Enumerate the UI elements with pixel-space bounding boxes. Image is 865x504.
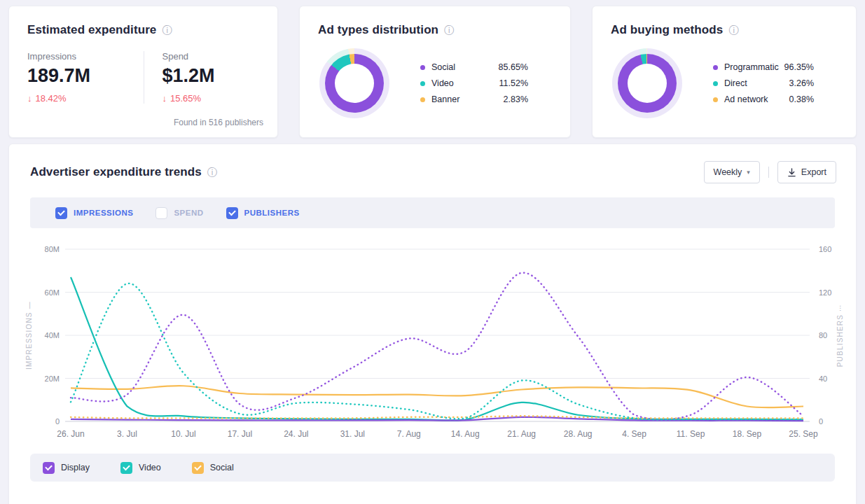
toggle-label: IMPRESSIONS <box>74 209 133 217</box>
trends-line-chart: 80M16060M12040M8020M400026. Jun3. Jul10.… <box>9 238 857 445</box>
card-title: Estimated expenditure <box>27 23 156 37</box>
donut-ring <box>618 54 677 113</box>
svg-text:20M: 20M <box>45 374 60 383</box>
legend-label: Video <box>139 463 161 472</box>
svg-text:40: 40 <box>819 374 827 383</box>
legend-value: 0.38% <box>789 94 814 104</box>
metric-label: Spend <box>162 51 260 62</box>
chevron-down-icon: ▾ <box>747 169 750 176</box>
toggle-label: SPEND <box>174 209 203 217</box>
card-title: Ad buying methods <box>611 23 723 37</box>
legend-label: Banner <box>431 94 504 104</box>
period-dropdown[interactable]: Weekly ▾ <box>704 161 760 183</box>
impressions-metric: Impressions 189.7M ↓18.42% <box>27 51 144 104</box>
metric-label: Impressions <box>27 51 144 62</box>
export-label: Export <box>801 167 826 177</box>
svg-text:18. Sep: 18. Sep <box>733 429 762 439</box>
svg-text:4. Sep: 4. Sep <box>622 429 646 439</box>
svg-text:7. Aug: 7. Aug <box>397 429 421 439</box>
legend-row: Video 11.52% <box>420 78 528 88</box>
svg-text:31. Jul: 31. Jul <box>340 429 365 439</box>
legend-label: Social <box>431 62 499 72</box>
pie-legend: Programmatic 96.35% Direct 3.26% Ad netw… <box>682 62 838 104</box>
checkbox-icon <box>55 207 67 219</box>
ad-buying-methods-card: Ad buying methods ⓘ Programmatic 96.35% <box>592 6 857 138</box>
down-arrow-icon: ↓ <box>162 93 167 104</box>
info-icon[interactable]: ⓘ <box>728 25 738 35</box>
svg-text:11. Sep: 11. Sep <box>677 429 705 439</box>
spend-metric: Spend $1.2M ↓15.65% <box>144 51 260 104</box>
legend-dot-icon <box>713 81 718 86</box>
svg-text:10. Jul: 10. Jul <box>171 429 195 439</box>
legend-value: 3.26% <box>789 78 814 88</box>
legend-value: 85.65% <box>499 62 528 72</box>
legend-toggle-video[interactable]: Video <box>120 462 161 474</box>
svg-text:0: 0 <box>819 417 823 426</box>
legend-value: 2.83% <box>504 94 528 104</box>
svg-text:60M: 60M <box>45 288 60 297</box>
checkbox-icon <box>192 462 204 474</box>
svg-text:PUBLISHERS ⋯: PUBLISHERS ⋯ <box>836 304 844 368</box>
export-button[interactable]: Export <box>777 161 836 183</box>
pie-legend: Social 85.65% Video 11.52% Banner 2.83% <box>389 62 552 104</box>
toggle-publishers[interactable]: PUBLISHERS <box>226 207 300 219</box>
svg-text:120: 120 <box>819 288 831 297</box>
svg-text:25. Sep: 25. Sep <box>789 429 818 439</box>
svg-text:24. Jul: 24. Jul <box>284 429 308 439</box>
checkbox-icon <box>155 207 167 219</box>
legend-row: Programmatic 96.35% <box>713 62 814 72</box>
publishers-found-note: Found in 516 publishers <box>174 118 263 127</box>
ad-types-card: Ad types distribution ⓘ Social 85.65% <box>299 6 571 138</box>
legend-dot-icon <box>713 65 718 70</box>
svg-text:21. Aug: 21. Aug <box>507 429 536 439</box>
series-legend-bar: Display Video Social <box>30 454 835 482</box>
legend-label: Ad network <box>724 94 789 104</box>
legend-label: Video <box>431 78 499 88</box>
download-icon <box>787 168 796 177</box>
svg-text:28. Aug: 28. Aug <box>564 429 593 439</box>
legend-toggle-display[interactable]: Display <box>43 462 90 474</box>
delta-value: 15.65% <box>170 93 201 104</box>
svg-text:17. Jul: 17. Jul <box>228 429 252 439</box>
ad-buying-donut-chart <box>612 48 682 118</box>
info-icon[interactable]: ⓘ <box>162 25 172 35</box>
trends-chart: 80M16060M12040M8020M400026. Jun3. Jul10.… <box>9 238 856 448</box>
estimated-expenditure-card: Estimated expenditure ⓘ Impressions 189.… <box>8 6 278 138</box>
svg-text:3. Jul: 3. Jul <box>117 429 137 439</box>
legend-value: 11.52% <box>499 78 528 88</box>
delta-value: 18.42% <box>36 93 67 104</box>
svg-text:14. Aug: 14. Aug <box>451 429 480 439</box>
svg-text:160: 160 <box>819 245 831 253</box>
legend-value: 96.35% <box>784 62 814 72</box>
checkbox-icon <box>120 462 132 474</box>
legend-row: Social 85.65% <box>420 62 528 72</box>
metric-delta: ↓15.65% <box>162 93 260 104</box>
info-icon[interactable]: ⓘ <box>207 167 217 177</box>
metric-toggle-bar: IMPRESSIONS SPEND PUBLISHERS <box>30 197 835 228</box>
advertiser-expenditure-trends-card: Advertiser expenditure trends ⓘ Weekly ▾… <box>8 144 857 504</box>
info-icon[interactable]: ⓘ <box>444 25 454 35</box>
legend-row: Direct 3.26% <box>713 78 814 88</box>
svg-text:IMPRESSIONS —: IMPRESSIONS — <box>25 301 33 370</box>
legend-label: Programmatic <box>724 62 784 72</box>
legend-label: Display <box>61 463 90 472</box>
metric-value: $1.2M <box>162 65 260 87</box>
legend-toggle-social[interactable]: Social <box>192 462 234 474</box>
legend-dot-icon <box>420 81 425 86</box>
period-dropdown-value: Weekly <box>714 167 742 177</box>
toggle-impressions[interactable]: IMPRESSIONS <box>55 207 133 219</box>
svg-text:80: 80 <box>819 331 827 340</box>
card-title: Ad types distribution <box>318 23 438 37</box>
svg-text:0: 0 <box>55 417 60 426</box>
down-arrow-icon: ↓ <box>27 93 32 104</box>
toggle-spend[interactable]: SPEND <box>155 207 203 219</box>
divider <box>768 167 769 178</box>
legend-label: Direct <box>724 78 789 88</box>
kpi-card-row: Estimated expenditure ⓘ Impressions 189.… <box>8 6 857 138</box>
legend-dot-icon <box>713 97 718 102</box>
legend-label: Social <box>210 463 234 472</box>
svg-text:80M: 80M <box>45 245 60 253</box>
metric-delta: ↓18.42% <box>27 93 144 104</box>
checkbox-icon <box>43 462 55 474</box>
ad-types-donut-chart <box>319 48 389 118</box>
